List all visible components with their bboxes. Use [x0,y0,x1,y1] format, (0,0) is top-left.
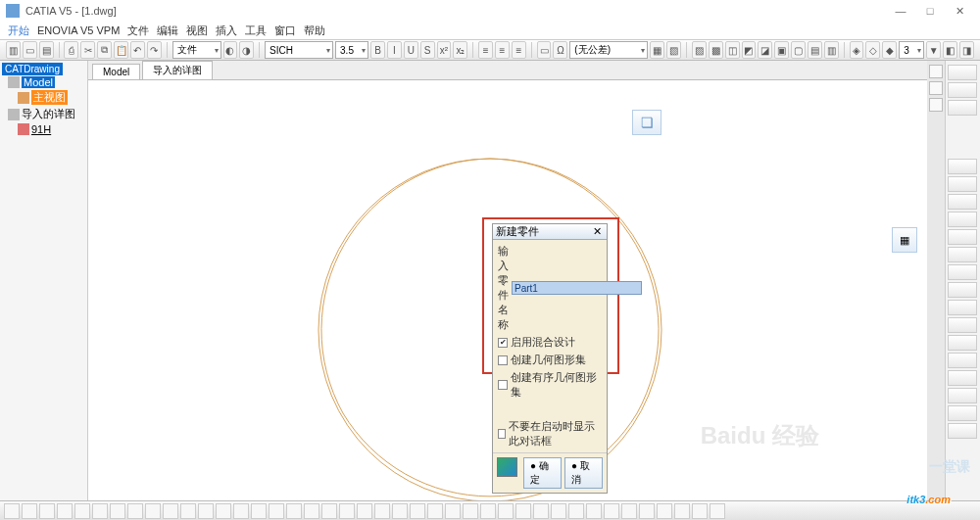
tree-node-91h[interactable]: 91H [2,122,85,136]
tb-icon[interactable]: ▣ [774,41,789,59]
sb-icon[interactable] [692,503,708,519]
tb-icon[interactable]: ◑ [239,41,254,59]
tb-icon[interactable]: ◧ [943,41,957,59]
tb-icon[interactable]: ▦ [650,41,664,59]
menu-file[interactable]: 文件 [127,24,149,38]
sb-icon[interactable] [427,503,443,519]
sb-icon[interactable] [463,503,478,519]
sb-icon[interactable] [92,503,108,519]
strike-icon[interactable]: S [420,41,435,59]
menu-start[interactable]: 开始 [8,24,29,38]
sb-icon[interactable] [374,503,390,519]
tb-icon[interactable]: ▩ [709,41,723,59]
sb-icon[interactable] [286,503,302,519]
sb-icon[interactable] [621,503,637,519]
menu-enovia[interactable]: ENOVIA V5 VPM [37,24,120,36]
right-tool-icon[interactable] [948,370,977,386]
right-tool-icon[interactable] [948,317,977,333]
sb-icon[interactable] [127,503,143,519]
tb-icon[interactable]: ▧ [666,41,681,59]
window-close-button[interactable]: ✕ [945,1,974,21]
sub-icon[interactable]: x₂ [453,41,467,59]
sb-icon[interactable] [216,503,231,519]
tree-node-mainview[interactable]: 主视图 [2,89,85,106]
copy-icon[interactable]: ⧉ [97,41,112,59]
sb-icon[interactable] [586,503,602,519]
tab-model[interactable]: Model [92,64,140,79]
tree-node-import[interactable]: 导入的详图 [2,106,85,122]
tb-icon[interactable]: ◇ [865,41,880,59]
open-icon[interactable]: ▭ [23,41,37,59]
right-tool-icon[interactable] [948,82,977,98]
sb-icon[interactable] [74,503,90,519]
right-tool-icon[interactable] [948,65,977,80]
sb-icon[interactable] [392,503,408,519]
geom-set-checkbox[interactable] [498,355,508,365]
sb-icon[interactable] [515,503,531,519]
cut-icon[interactable]: ✂ [80,41,95,59]
paste-icon[interactable]: 📋 [114,41,128,59]
floating-tool-button[interactable]: ▦ [892,227,917,253]
sb-icon[interactable] [321,503,337,519]
tb-icon[interactable]: ▥ [824,41,839,59]
new-icon[interactable]: ▥ [6,41,21,59]
floating-view-button[interactable]: ❏ [632,110,662,135]
menu-edit[interactable]: 编辑 [157,24,178,38]
tb-icon[interactable]: ◩ [742,41,757,59]
menu-insert[interactable]: 插入 [216,24,237,38]
right-tool-icon[interactable] [948,300,977,315]
undo-icon[interactable]: ↶ [130,41,145,59]
print-icon[interactable]: ⎙ [64,41,78,59]
sb-icon[interactable] [445,503,461,519]
right-tool-icon[interactable] [948,176,977,192]
sb-icon[interactable] [533,503,549,519]
sb-icon[interactable] [39,503,55,519]
menu-tools[interactable]: 工具 [245,24,267,38]
sb-icon[interactable] [551,503,566,519]
dialog-ok-button[interactable]: ● 确定 [523,457,562,489]
sb-icon[interactable] [57,503,73,519]
sb-icon[interactable] [4,503,20,519]
right-tool-icon[interactable] [948,212,977,227]
italic-icon[interactable]: I [387,41,402,59]
right-tool-icon[interactable] [948,159,977,174]
ordered-geom-checkbox[interactable] [498,380,508,390]
sb-icon[interactable] [710,503,725,519]
tb-icon[interactable]: ◈ [850,41,864,59]
tree-root[interactable]: CATDrawing [2,63,63,75]
sb-icon[interactable] [498,503,514,519]
tb-icon[interactable]: ◫ [725,41,740,59]
right-tool-icon[interactable] [948,423,977,439]
right-tool-icon[interactable] [948,229,977,245]
dialog-titlebar[interactable]: 新建零件 ✕ [493,224,607,240]
tb-icon[interactable]: ◐ [223,41,238,59]
hybrid-design-checkbox[interactable]: ✔ [498,338,508,348]
sb-icon[interactable] [339,503,355,519]
right-tool-icon[interactable] [948,388,977,403]
file-type-dropdown[interactable]: 文件 [172,41,221,59]
right-tool-icon[interactable] [948,335,977,351]
tb-icon[interactable]: ▢ [791,41,806,59]
sb-icon[interactable] [304,503,319,519]
num-dropdown[interactable]: 3 [899,41,924,59]
sb-icon[interactable] [639,503,655,519]
align-left-icon[interactable]: ≡ [478,41,493,59]
tab-import[interactable]: 导入的详图 [142,61,213,79]
sb-icon[interactable] [145,503,161,519]
right-tool-icon[interactable] [948,194,977,210]
tb-icon[interactable]: ◨ [959,41,974,59]
tb-icon[interactable]: ▼ [926,41,941,59]
sb-icon[interactable] [251,503,267,519]
underline-icon[interactable]: U [404,41,418,59]
dialog-cancel-button[interactable]: ● 取消 [564,457,603,489]
tolerance-dropdown[interactable]: (无公差) [569,41,648,59]
right-tool-icon[interactable] [948,282,977,298]
dialog-close-button[interactable]: ✕ [590,225,604,238]
symbol-icon[interactable]: Ω [553,41,567,59]
right-tool-icon[interactable] [948,405,977,421]
window-maximize-button[interactable]: □ [915,1,945,21]
tb-icon[interactable]: ▨ [692,41,707,59]
dont-show-checkbox[interactable] [498,429,506,439]
right-tool-icon[interactable] [948,264,977,280]
sb-icon[interactable] [657,503,672,519]
